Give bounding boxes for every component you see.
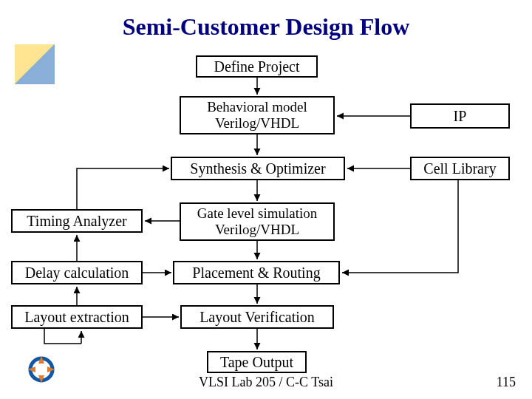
box-layout-extraction: Layout extraction — [11, 305, 143, 329]
box-layout-verification: Layout Verification — [180, 305, 334, 329]
box-define-project: Define Project — [196, 55, 318, 78]
box-placement-routing: Placement & Routing — [173, 261, 340, 284]
box-delay-calculation: Delay calculation — [11, 261, 143, 284]
box-label: Delay calculation — [25, 265, 129, 282]
box-label: Layout extraction — [24, 309, 129, 326]
slide-accent-icon — [15, 44, 55, 84]
box-label: Define Project — [214, 58, 299, 75]
box-label: Tape Output — [220, 354, 293, 371]
box-label-line2: Verilog/VHDL — [215, 222, 299, 238]
box-label: Layout Verification — [200, 309, 315, 326]
box-tape-output: Tape Output — [207, 351, 307, 373]
box-label: Synthesis & Optimizer — [190, 160, 325, 177]
box-gate-level-sim: Gate level simulation Verilog/VHDL — [180, 202, 335, 241]
box-label: IP — [454, 108, 467, 125]
box-label-line1: Behavioral model — [207, 99, 307, 115]
box-label: Placement & Routing — [192, 265, 320, 282]
box-cell-library: Cell Library — [410, 157, 510, 180]
box-timing-analyzer: Timing Analyzer — [11, 209, 143, 233]
box-ip: IP — [410, 103, 510, 129]
box-label: Timing Analyzer — [27, 213, 126, 230]
footer-text: VLSI Lab 205 / C-C Tsai — [0, 375, 532, 390]
box-label-line1: Gate level simulation — [197, 205, 318, 222]
box-label: Cell Library — [423, 160, 496, 177]
page-number: 115 — [497, 375, 516, 390]
box-behavioral-model: Behavioral model Verilog/VHDL — [180, 96, 335, 134]
box-synthesis-optimizer: Synthesis & Optimizer — [171, 157, 345, 180]
box-label-line2: Verilog/VHDL — [215, 115, 299, 132]
page-title: Semi-Customer Design Flow — [0, 13, 532, 41]
